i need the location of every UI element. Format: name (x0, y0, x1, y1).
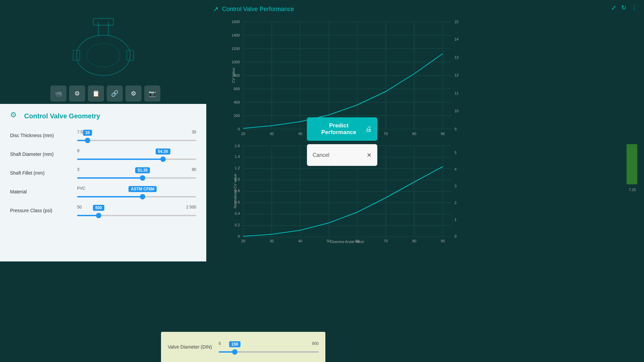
shaft-diameter-value: 54.35 (156, 148, 170, 155)
svg-text:70: 70 (384, 132, 388, 136)
chart-area: ↗ Control Valve Performance ⤢ ↻ ⋮ 0 200 … (206, 0, 644, 362)
disc-thickness-value: 10 (83, 130, 92, 136)
refresh-btn[interactable]: ↻ (621, 4, 626, 11)
svg-text:4: 4 (454, 167, 457, 171)
material-fill (77, 196, 143, 197)
cancel-btn-text: Cancel (313, 152, 329, 158)
disc-thickness-slider-area[interactable]: 7.5 10 30 (77, 130, 196, 141)
shaft-fillet-slider-area[interactable]: 3 51.35 90 (77, 167, 196, 179)
shaft-fillet-labels: 3 51.35 90 (77, 167, 196, 172)
cancel-button[interactable]: Cancel ✕ (307, 144, 377, 166)
valve-diameter-min: 6 (219, 341, 221, 346)
predict-btn-text: Predict Performance (312, 122, 365, 136)
param-disc-thickness: Disc Thickness (mm) 7.5 10 30 (10, 130, 196, 141)
shaft-diameter-fill (77, 159, 163, 160)
svg-text:70: 70 (384, 239, 388, 243)
svg-text:12: 12 (454, 73, 459, 77)
disc-thickness-max: 30 (192, 130, 196, 134)
network-btn[interactable]: 🔗 (107, 85, 123, 102)
shaft-diameter-labels: 9 54.35 (77, 148, 196, 153)
pressure-class-track[interactable] (77, 215, 196, 216)
disc-thickness-thumb[interactable] (85, 138, 90, 143)
valve-diameter-max: 900 (312, 341, 319, 346)
svg-text:80: 80 (412, 132, 416, 136)
pressure-class-value: 500 (93, 205, 104, 211)
svg-text:0: 0 (238, 234, 240, 238)
shaft-diameter-label: Shaft Diameter (mm) (10, 152, 77, 157)
valve-diameter-slider-area[interactable]: 6 150 900 (219, 341, 319, 353)
svg-rect-3 (93, 18, 113, 25)
video-btn[interactable]: 📹 (50, 85, 66, 102)
camera-btn[interactable]: 📷 (144, 85, 160, 102)
svg-text:CV Value: CV Value (231, 68, 235, 83)
material-track[interactable] (77, 196, 196, 197)
list-btn[interactable]: 📋 (88, 85, 104, 102)
svg-text:400: 400 (234, 100, 240, 104)
material-min: PVC (77, 186, 86, 191)
svg-text:200: 200 (234, 114, 240, 118)
pressure-class-thumb[interactable] (96, 213, 101, 218)
svg-text:1.2: 1.2 (235, 166, 240, 170)
svg-text:40: 40 (298, 132, 302, 136)
disc-thickness-labels: 7.5 10 30 (77, 130, 196, 134)
svg-text:90: 90 (441, 239, 445, 243)
svg-text:15: 15 (454, 20, 459, 24)
material-label: Material (10, 189, 77, 194)
shaft-diameter-track[interactable] (77, 159, 196, 160)
shaft-fillet-max: 90 (192, 167, 196, 172)
shaft-fillet-fill (77, 177, 143, 179)
material-slider-area[interactable]: PVC ASTM CF8M (77, 186, 196, 197)
svg-text:3: 3 (454, 184, 457, 188)
svg-text:Opening Angle (deg): Opening Angle (deg) (330, 240, 364, 243)
svg-text:1.6: 1.6 (235, 144, 240, 148)
material-thumb[interactable] (140, 194, 145, 199)
menu-btn[interactable]: ⋮ (631, 4, 637, 11)
pressure-class-min: 50 (77, 205, 82, 209)
shaft-diameter-min: 9 (77, 148, 79, 153)
valve-svg (46, 12, 160, 92)
svg-text:0.4: 0.4 (235, 212, 240, 216)
shaft-diameter-thumb[interactable] (160, 157, 166, 162)
shaft-diameter-slider-area[interactable]: 9 54.35 (77, 148, 196, 160)
svg-point-0 (76, 35, 130, 75)
material-labels: PVC ASTM CF8M (77, 186, 196, 191)
svg-text:0: 0 (238, 127, 240, 131)
shaft-fillet-thumb[interactable] (140, 175, 145, 181)
svg-text:13: 13 (454, 55, 459, 59)
cancel-btn-icon: ✕ (367, 152, 372, 159)
chart-controls: ⤢ ↻ ⋮ (611, 4, 637, 11)
valve-diameter-label: Valve Diameter (DIN) (168, 344, 212, 350)
valve-diameter-track[interactable] (219, 351, 319, 353)
shaft-fillet-min: 3 (77, 167, 79, 172)
chart-title-icon: ↗ (213, 5, 219, 13)
shaft-fillet-track[interactable] (77, 177, 196, 179)
svg-text:2: 2 (454, 201, 457, 205)
svg-text:14: 14 (454, 37, 459, 41)
param-shaft-fillet: Shaft Fillet (mm) 3 51.35 90 (10, 167, 196, 179)
valve-diameter-thumb[interactable] (232, 349, 237, 355)
pressure-class-labels: 50 500 2 500 (77, 205, 196, 209)
disc-thickness-label: Disc Thickness (mm) (10, 133, 77, 138)
svg-text:10: 10 (454, 109, 459, 113)
pressure-class-slider-area[interactable]: 50 500 2 500 (77, 205, 196, 216)
svg-text:80: 80 (412, 239, 416, 243)
svg-text:40: 40 (298, 239, 302, 243)
green-bar-indicator (627, 144, 637, 184)
shaft-fillet-value: 51.35 (135, 167, 150, 173)
svg-text:9: 9 (454, 127, 457, 131)
predict-performance-button[interactable]: Predict Performance 🖨 (307, 117, 377, 141)
svg-text:5: 5 (454, 150, 457, 155)
tool-btn[interactable]: ⚙ (69, 85, 85, 102)
svg-text:20: 20 (241, 132, 245, 136)
expand-btn[interactable]: ⤢ (611, 4, 616, 11)
svg-text:1000: 1000 (232, 60, 240, 64)
svg-text:600: 600 (234, 87, 240, 91)
settings-btn[interactable]: ⚙ (125, 85, 142, 102)
panel-title: Control Valve Geometry (24, 112, 100, 120)
disc-thickness-track[interactable] (77, 140, 196, 141)
panel-icon: ⚙ (10, 111, 21, 121)
svg-text:0.2: 0.2 (235, 223, 240, 227)
svg-text:1.4: 1.4 (235, 155, 240, 159)
svg-text:20: 20 (241, 239, 245, 243)
material-value: ASTM CF8M (128, 186, 157, 192)
